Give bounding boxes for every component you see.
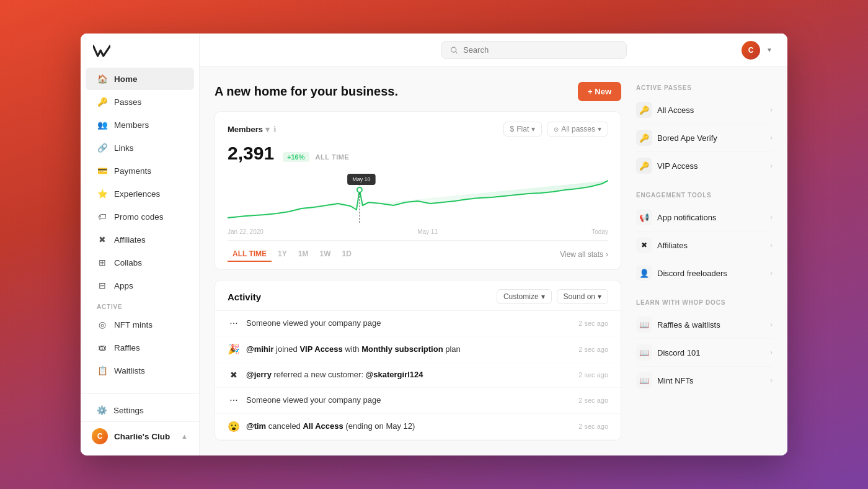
members-count-row: 2,391 +16% ALL TIME <box>228 140 608 166</box>
key-icon: 🔑 <box>97 96 108 107</box>
pass-bored-ape[interactable]: 🔑 Bored Ape Verify › <box>636 124 773 152</box>
affiliates-icon: ✖ <box>97 234 108 245</box>
sidebar-item-home[interactable]: 🏠 Home <box>86 68 194 90</box>
chart-labels: Jan 22, 2020 May 11 Today <box>228 228 608 235</box>
logo-area <box>81 34 199 65</box>
activity-item: 😮 @tim canceled All Access (ending on Ma… <box>215 414 621 440</box>
new-button[interactable]: + New <box>578 82 621 101</box>
flat-filter-button[interactable]: $ Flat ▾ <box>503 122 542 137</box>
engagement-discord-freeloaders[interactable]: 👤 Discord freeloaders › <box>636 259 773 287</box>
activity-controls: Customize ▾ Sound on ▾ <box>497 289 608 304</box>
sidebar-item-waitlists[interactable]: 📋 Waitlists <box>86 359 194 382</box>
engagement-app-notifications[interactable]: 📢 App notifications › <box>636 204 773 231</box>
chevron-right-icon: › <box>770 161 773 170</box>
activity-icon-0: ··· <box>228 318 240 329</box>
sidebar-item-promo-codes[interactable]: 🏷 Promo codes <box>86 205 194 228</box>
sidebar-item-experiences[interactable]: ⭐ Experiences <box>86 182 194 205</box>
chart-filters: $ Flat ▾ ⊙ All passes ▾ <box>503 122 608 137</box>
active-section-label: ACTIVE <box>81 297 199 313</box>
activity-time-3: 2 sec ago <box>578 397 608 404</box>
chevron-right-icon: › <box>770 105 773 114</box>
chevron-right-icon: › <box>770 269 773 277</box>
chevron-right-icon: › <box>770 213 773 222</box>
club-avatar: C <box>92 428 108 444</box>
page-left: A new home for your business. + New Memb… <box>215 82 621 441</box>
activity-item: 🎉 @mihir joined VIP Access with Monthly … <box>215 336 621 362</box>
activity-header: Activity Customize ▾ Sound on ▾ <box>215 280 621 311</box>
sidebar-item-collabs[interactable]: ⊞ Collabs <box>86 251 194 274</box>
pass-icon: 🔑 <box>636 130 652 146</box>
sidebar-item-raffles[interactable]: 🎟 Raffles <box>86 336 194 359</box>
page-content: A new home for your business. + New Memb… <box>200 67 787 455</box>
chevron-right-icon: › <box>606 250 608 259</box>
tab-1y[interactable]: 1Y <box>273 247 292 262</box>
activity-icon-1: 🎉 <box>228 343 240 355</box>
search-input[interactable] <box>463 45 618 55</box>
customize-button[interactable]: Customize ▾ <box>497 289 552 304</box>
activity-text-1: @mihir joined VIP Access with Monthly su… <box>246 344 571 355</box>
tab-1m[interactable]: 1M <box>293 247 314 262</box>
learn-mint-nfts[interactable]: 📖 Mint NFTs › <box>636 367 773 394</box>
sidebar-item-links[interactable]: 🔗 Links <box>86 137 194 159</box>
sound-button[interactable]: Sound on ▾ <box>557 289 608 304</box>
sidebar-item-apps[interactable]: ⊟ Apps <box>86 274 194 297</box>
megaphone-icon: 📢 <box>636 209 652 225</box>
home-icon: 🏠 <box>97 73 108 84</box>
view-all-stats-link[interactable]: View all stats › <box>560 250 608 259</box>
user-avatar[interactable]: C <box>742 41 760 60</box>
sidebar: 🏠 Home 🔑 Passes 👥 Members 🔗 Links 💳 Paym… <box>81 34 200 455</box>
learn-discord-101[interactable]: 📖 Discord 101 › <box>636 339 773 367</box>
passes-filter-button[interactable]: ⊙ All passes ▾ <box>547 122 608 137</box>
time-tabs: ALL TIME 1Y 1M 1W 1D View all stats › <box>228 240 608 262</box>
ticket-icon: 🎟 <box>97 342 108 353</box>
activity-item: ✖ @amanda referred a new customer: @bren… <box>215 440 621 441</box>
sidebar-item-passes[interactable]: 🔑 Passes <box>86 91 194 113</box>
book-icon: 📖 <box>636 372 652 388</box>
main-content: C ▼ A new home for your business. + New … <box>200 34 787 455</box>
activity-text-0: Someone viewed your company page <box>246 318 571 329</box>
sidebar-item-affiliates[interactable]: ✖ Affiliates <box>86 228 194 251</box>
tab-1d[interactable]: 1D <box>337 247 356 262</box>
sidebar-item-members[interactable]: 👥 Members <box>86 114 194 136</box>
app-window: 🏠 Home 🔑 Passes 👥 Members 🔗 Links 💳 Paym… <box>81 34 787 455</box>
active-passes-label: ACTIVE PASSES <box>636 84 773 91</box>
payment-icon: 💳 <box>97 165 108 176</box>
page-title-row: A new home for your business. + New <box>215 82 621 101</box>
book-icon: 📖 <box>636 316 652 333</box>
chevron-down-icon: ▾ <box>598 125 601 133</box>
learn-raffles-waitlists[interactable]: 📖 Raffles & waitlists › <box>636 311 773 339</box>
grid-icon: ⊞ <box>97 257 108 268</box>
pass-vip[interactable]: 🔑 VIP Access › <box>636 152 773 179</box>
activity-text-3: Someone viewed your company page <box>246 395 571 406</box>
pass-icon: 🔑 <box>636 102 652 118</box>
sidebar-item-settings[interactable]: ⚙️ Settings <box>86 400 194 421</box>
engagement-label: ENGAGEMENT TOOLS <box>636 192 773 199</box>
chevron-right-icon: › <box>770 348 773 357</box>
activity-title: Activity <box>228 292 261 302</box>
sidebar-item-nft-mints[interactable]: ◎ NFT mints <box>86 313 194 336</box>
sidebar-club[interactable]: C Charlie's Club ▲ <box>81 421 199 451</box>
learn-label: LEARN WITH WHOP DOCS <box>636 299 773 306</box>
activity-time-4: 2 sec ago <box>578 423 608 430</box>
sidebar-item-payments[interactable]: 💳 Payments <box>86 159 194 182</box>
chevron-down-icon: ▾ <box>598 292 601 301</box>
activity-text-2: @jerry referred a new customer: @skaterg… <box>246 369 571 380</box>
activity-list: ··· Someone viewed your company page 2 s… <box>215 311 621 441</box>
search-bar[interactable] <box>441 41 627 59</box>
chevron-right-icon: › <box>770 241 773 249</box>
tab-all-time[interactable]: ALL TIME <box>228 247 272 262</box>
tab-1w[interactable]: 1W <box>314 247 335 262</box>
avatar-chevron-icon[interactable]: ▼ <box>766 47 773 53</box>
active-passes-section: ACTIVE PASSES 🔑 All Access › 🔑 Bored Ape… <box>636 82 773 179</box>
engagement-affiliates[interactable]: ✖ Affiliates › <box>636 231 773 259</box>
all-time-label: ALL TIME <box>316 153 350 161</box>
members-dropdown[interactable]: Members ▾ <box>228 125 270 134</box>
pass-all-access[interactable]: 🔑 All Access › <box>636 96 773 124</box>
link-icon: 🔗 <box>97 142 108 153</box>
waitlist-icon: 📋 <box>97 365 108 376</box>
activity-text-4: @tim canceled All Access (ending on May … <box>246 421 571 432</box>
header-right: C ▼ <box>742 41 773 60</box>
chevron-down-icon: ▾ <box>541 292 545 301</box>
members-chart: May 10 <box>228 171 608 227</box>
activity-time-1: 2 sec ago <box>578 346 608 353</box>
